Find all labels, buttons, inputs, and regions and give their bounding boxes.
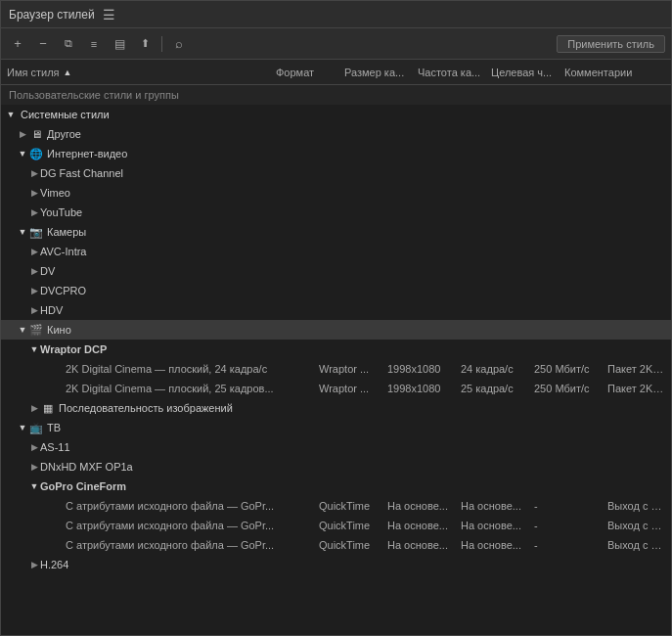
gopro-row1-framerate: На основе... [455, 500, 528, 512]
expand-arrow-icon: ▶ [28, 441, 40, 453]
expand-arrow-icon: ▼ [17, 148, 28, 159]
gopro-data-row-2: С атрибутами исходного файла — GoPr... Q… [44, 516, 671, 535]
expand-arrow-icon: ▶ [28, 206, 40, 218]
gopro-row-1[interactable]: С атрибутами исходного файла — GoPr... Q… [1, 496, 671, 516]
youtube-item[interactable]: ▶ YouTube [1, 203, 671, 222]
gopro-row3-framesize: На основе... [381, 539, 455, 551]
wraptor-row2-comments: Пакет 2K Dig... [602, 383, 671, 394]
expand-arrow-icon: ▶ [28, 246, 40, 257]
vimeo-item[interactable]: ▶ Vimeo [1, 183, 671, 203]
kino-header[interactable]: ▼ 🎬 Кино [1, 320, 671, 340]
custom-styles-section: Пользовательские стили и группы [1, 85, 671, 105]
window-title: Браузер стилей [9, 8, 95, 22]
globe-icon: 🌐 [28, 147, 44, 160]
gopro-row3-framerate: На основе... [455, 539, 528, 551]
cameras-header[interactable]: ▼ 📷 Камеры [1, 222, 671, 242]
apply-style-button[interactable]: Применить стиль [557, 35, 665, 53]
gopro-row1-framesize: На основе... [381, 500, 455, 512]
gopro-row2-target: - [528, 520, 602, 531]
tv-icon: 📺 [28, 421, 44, 434]
gopro-data-row-3: С атрибутами исходного файла — GoPr... Q… [44, 535, 671, 555]
wraptor-data-row-1: 2K Digital Cinema — плоский, 24 кадра/с … [44, 359, 671, 379]
wraptor-row2-framesize: 1998x1080 [381, 383, 455, 394]
gopro-row2-framesize: На основе... [381, 520, 455, 531]
gopro-row-3[interactable]: С атрибутами исходного файла — GoPr... Q… [1, 535, 671, 555]
image-seq-item[interactable]: ▶ ▦ Последовательность изображений [1, 398, 671, 418]
expand-arrow-icon: ▶ [28, 265, 40, 277]
image-seq-icon: ▦ [40, 401, 56, 415]
expand-arrow-icon: ▶ [28, 402, 40, 414]
wraptor-row2-format: Wraptor ... [313, 383, 381, 394]
gopro-row2-comments: Выход с выс... [602, 520, 671, 531]
gopro-row3-format: QuickTime [313, 539, 381, 551]
wraptor-row1-format: Wraptor ... [313, 363, 381, 375]
col-header-comments[interactable]: Комментарии [559, 67, 671, 78]
gopro-row3-name: С атрибутами исходного файла — GoPr... [44, 539, 313, 551]
avc-intra-item[interactable]: ▶ AVC-Intra [1, 242, 671, 261]
col-header-target[interactable]: Целевая ч... [485, 67, 559, 78]
wraptor-row1-name: 2K Digital Cinema — плоский, 24 кадра/с [44, 363, 313, 375]
gopro-row2-format: QuickTime [313, 520, 381, 531]
menu-icon[interactable]: ☰ [103, 7, 115, 23]
col-header-framesize[interactable]: Размер ка... [338, 67, 412, 78]
wraptor-row1-comments: Пакет 2K Dig... [602, 363, 671, 375]
dnxhd-item[interactable]: ▶ DNxHD MXF OP1a [1, 457, 671, 477]
search-button[interactable]: ⌕ [168, 33, 190, 55]
gopro-data-row-1: С атрибутами исходного файла — GoPr... Q… [44, 496, 671, 516]
internet-video-header[interactable]: ▼ 🌐 Интернет-видео [1, 144, 671, 163]
duplicate-button[interactable]: ⧉ [58, 33, 79, 55]
gopro-row2-name: С атрибутами исходного файла — GoPr... [44, 520, 313, 531]
gopro-row1-name: С атрибутами исходного файла — GoPr... [44, 500, 313, 512]
main-window: Браузер стилей ☰ + − ⧉ ≡ ▤ ⬆ ⌕ Применить… [0, 0, 672, 636]
expand-arrow-icon: ▼ [17, 226, 28, 238]
remove-button[interactable]: − [32, 33, 54, 55]
as11-item[interactable]: ▶ AS-11 [1, 437, 671, 457]
list-button[interactable]: ≡ [83, 33, 105, 55]
other-item[interactable]: ▶ 🖥 Другое [1, 124, 671, 144]
export-button[interactable]: ⬆ [134, 33, 156, 55]
col-header-framerate[interactable]: Частота ка... [412, 67, 485, 78]
wraptor-row-1[interactable]: 2K Digital Cinema — плоский, 24 кадра/с … [1, 359, 671, 379]
col-header-format[interactable]: Формат [270, 67, 338, 78]
gopro-header[interactable]: ▼ GoPro CineForm [1, 477, 671, 496]
folder-button[interactable]: ▤ [109, 33, 130, 55]
expand-arrow-icon: ▼ [5, 109, 17, 120]
expand-arrow-icon: ▶ [28, 559, 40, 570]
expand-arrow-icon: ▶ [28, 167, 40, 179]
wraptor-row1-framerate: 24 кадра/с [455, 363, 528, 375]
hdv-item[interactable]: ▶ HDV [1, 300, 671, 320]
wraptor-row1-target: 250 Мбит/с [528, 363, 602, 375]
dvcpro-item[interactable]: ▶ DVCPRO [1, 281, 671, 300]
gopro-row-2[interactable]: С атрибутами исходного файла — GoPr... Q… [1, 516, 671, 535]
film-icon: 🎬 [28, 323, 44, 337]
wraptor-row2-framerate: 25 кадра/с [455, 383, 528, 394]
wraptor-row1-framesize: 1998x1080 [381, 363, 455, 375]
add-button[interactable]: + [7, 33, 28, 55]
separator [161, 36, 162, 52]
expand-arrow-icon: ▼ [17, 422, 28, 433]
expand-arrow-icon: ▶ [28, 285, 40, 296]
gopro-row1-format: QuickTime [313, 500, 381, 512]
gopro-row2-framerate: На основе... [455, 520, 528, 531]
h264-item[interactable]: ▶ H.264 [1, 555, 671, 574]
wraptor-row-2[interactable]: 2K Digital Cinema — плоский, 25 кадров..… [1, 379, 671, 398]
expand-arrow-icon: ▼ [17, 324, 28, 336]
system-styles-header[interactable]: ▼ Системные стили [1, 105, 671, 124]
wraptor-dcp-header[interactable]: ▼ Wraptor DCP [1, 340, 671, 359]
title-bar: Браузер стилей ☰ [1, 1, 671, 28]
wraptor-row2-name: 2K Digital Cinema — плоский, 25 кадров..… [44, 383, 313, 394]
expand-arrow-icon: ▶ [17, 128, 28, 140]
expand-arrow-icon: ▶ [28, 461, 40, 473]
dv-item[interactable]: ▶ DV [1, 261, 671, 281]
wraptor-row2-target: 250 Мбит/с [528, 383, 602, 394]
expand-arrow-icon: ▶ [28, 304, 40, 316]
sort-arrow-icon: ▲ [64, 68, 72, 77]
column-headers: Имя стиля ▲ Формат Размер ка... Частота … [1, 60, 671, 85]
gopro-row1-target: - [528, 500, 602, 512]
gopro-row3-comments: Выход с выс... [602, 539, 671, 551]
col-header-name[interactable]: Имя стиля ▲ [1, 67, 270, 78]
toolbar: + − ⧉ ≡ ▤ ⬆ ⌕ Применить стиль [1, 28, 671, 60]
dg-fast-channel-item[interactable]: ▶ DG Fast Channel [1, 163, 671, 183]
style-browser-content[interactable]: Пользовательские стили и группы ▼ Систем… [1, 85, 671, 635]
tv-header[interactable]: ▼ 📺 ТВ [1, 418, 671, 437]
